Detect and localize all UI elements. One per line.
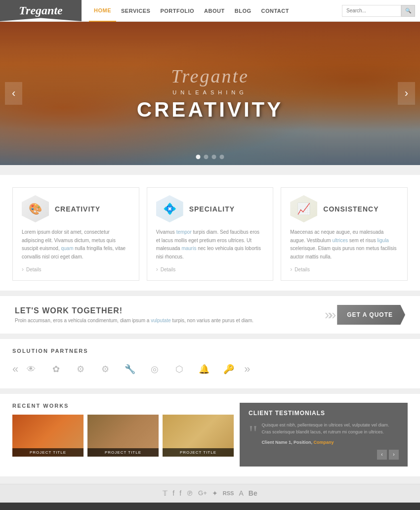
partner-icon-1: 👁 [22, 360, 41, 379]
speciality-icon: 💠 [156, 195, 183, 222]
features-section: 🎨 CREATIVITY Lorem ipsum dolor sit amet,… [0, 175, 420, 291]
work-label-1: PROJECT TITLE [12, 448, 84, 457]
consistency-details-link[interactable]: Details [294, 267, 310, 272]
nav-contact[interactable]: CONTACT [256, 0, 294, 22]
consistency-title: CONSISTENCY [323, 205, 378, 213]
social-rss[interactable]: RSS [223, 490, 234, 496]
hero-content: Tregante UNLEASHING CREATIVITY [137, 65, 284, 122]
cta-title: LET'S WORK TOGETHER! [15, 306, 325, 315]
social-behance[interactable]: Be [249, 489, 257, 497]
creativity-title: CREATIVITY [55, 205, 100, 213]
hero-dot-3[interactable] [212, 155, 216, 159]
testimonial-prev[interactable]: ‹ [377, 450, 387, 460]
header: Tregante HOME SERVICES PORTFOLIO ABOUT B… [0, 0, 420, 22]
partner-icon-2: ✿ [46, 360, 65, 379]
partner-icon-9: 🔑 [219, 360, 238, 379]
hero-dot-2[interactable] [204, 155, 209, 159]
partners-title: SOLUTION PARTNERS [12, 348, 408, 354]
main-nav: HOME SERVICES PORTFOLIO ABOUT BLOG CONTA… [82, 0, 342, 21]
partner-icon-3: ⚙ [71, 360, 90, 379]
works-title: RECENT WORKS [12, 403, 234, 409]
consistency-details: › Details [290, 266, 398, 273]
speciality-details-link[interactable]: Details [161, 267, 176, 272]
nav-about[interactable]: ABOUT [199, 0, 230, 22]
partners-next[interactable]: » [244, 363, 248, 376]
works-testimonials-section: RECENT WORKS PROJECT TITLE PROJECT TITLE… [0, 394, 420, 476]
hero-section: ‹ Tregante UNLEASHING CREATIVITY › [0, 22, 420, 165]
work-label-2: PROJECT TITLE [87, 448, 159, 457]
testimonials-col: CLIENT TESTIMONIALS " Quisque est nibh, … [240, 403, 408, 467]
quote-mark-icon: " [249, 424, 257, 445]
search-button[interactable]: 🔍 [401, 5, 415, 17]
work-item-1[interactable]: PROJECT TITLE [12, 415, 84, 457]
nav-home[interactable]: HOME [89, 0, 116, 22]
hero-dot-4[interactable] [220, 155, 224, 159]
cta-desc: Proin accumsan, eros a vehicula condimen… [15, 318, 325, 323]
work-label-3: PROJECT TITLE [163, 448, 234, 457]
social-gplus[interactable]: G+ [198, 489, 207, 497]
speciality-text: Vivamus tempor turpis diam. Sed faucibus… [156, 228, 264, 261]
creativity-details: › Details [22, 266, 130, 273]
search-area: 🔍 [342, 0, 420, 21]
social-bar: 𝕋 f f ℗ G+ ✦ RSS A Be [0, 484, 420, 503]
consistency-icon: 📈 [290, 195, 317, 222]
cta-chevrons: »» [325, 307, 332, 323]
testimonial-next[interactable]: › [389, 450, 399, 460]
hero-dots [196, 155, 224, 159]
partner-icon-4: ⚙ [96, 360, 115, 379]
feature-card-consistency: 📈 CONSISTENCY Maecenas ac neque augue, e… [281, 187, 408, 281]
logo-area: Tregante [0, 0, 82, 21]
nav-blog[interactable]: BLOG [230, 0, 256, 22]
partner-icon-5: 🔧 [121, 360, 139, 379]
testimonial-nav: ‹ › [249, 450, 399, 460]
nav-services[interactable]: SERVICES [116, 0, 155, 22]
consistency-text: Maecenas ac neque augue, eu malesuada au… [290, 228, 398, 261]
hero-dot-1[interactable] [196, 155, 201, 159]
hero-title: CREATIVITY [137, 98, 284, 122]
creativity-icon: 🎨 [22, 195, 49, 222]
partner-icon-8: 🔔 [195, 360, 213, 379]
speciality-details: › Details [156, 266, 264, 273]
partners-section: SOLUTION PARTNERS « 👁 ✿ ⚙ ⚙ 🔧 ◎ ⬡ 🔔 🔑 » [0, 339, 420, 389]
speciality-title: SPECIALITY [189, 205, 235, 213]
cta-text-area: LET'S WORK TOGETHER! Proin accumsan, ero… [15, 306, 325, 323]
social-facebook-1[interactable]: f [172, 489, 174, 497]
social-a[interactable]: A [239, 489, 243, 497]
testimonial-author: Client Name 1, Position, Company [261, 440, 399, 445]
partner-icon-6: ◎ [145, 360, 164, 379]
logo-text: Tregante [19, 4, 62, 17]
cta-section: LET'S WORK TOGETHER! Proin accumsan, ero… [0, 296, 420, 334]
hero-script: Tregante [137, 65, 284, 87]
hero-prev-button[interactable]: ‹ [5, 82, 22, 105]
social-twitter[interactable]: 𝕋 [163, 489, 168, 497]
testimonials-title: CLIENT TESTIMONIALS [249, 410, 399, 417]
testimonial-quote: Quisque est nibh, pellentesque in ultric… [261, 422, 399, 436]
partners-row: « 👁 ✿ ⚙ ⚙ 🔧 ◎ ⬡ 🔔 🔑 » [12, 360, 408, 379]
feature-card-speciality: 💠 SPECIALITY Vivamus tempor turpis diam.… [147, 187, 274, 281]
social-star[interactable]: ✦ [212, 489, 218, 497]
social-pinterest[interactable]: ℗ [186, 489, 193, 497]
footer: FROM THE BLOG ◈ Vulputate Luctus Sem Vit… [0, 503, 420, 510]
nav-portfolio[interactable]: PORTFOLIO [155, 0, 199, 22]
cta-button-area: »» GET A QUOTE [325, 305, 405, 325]
social-facebook-2[interactable]: f [179, 489, 181, 497]
hero-subtitle: UNLEASHING [137, 89, 284, 95]
testimonial-company-link[interactable]: Company [313, 440, 334, 445]
cta-link[interactable]: vulputate [151, 318, 171, 323]
work-item-3[interactable]: PROJECT TITLE [163, 415, 234, 457]
get-quote-button[interactable]: GET A QUOTE [337, 305, 405, 325]
hero-next-button[interactable]: › [398, 82, 415, 105]
search-input[interactable] [342, 5, 401, 17]
feature-card-creativity: 🎨 CREATIVITY Lorem ipsum dolor sit amet,… [12, 187, 139, 281]
creativity-details-link[interactable]: Details [26, 267, 42, 272]
partner-icon-7: ⬡ [170, 360, 189, 379]
partners-prev[interactable]: « [12, 363, 16, 376]
creativity-text: Lorem ipsum dolor sit amet, consectetur … [22, 228, 130, 261]
works-col: RECENT WORKS PROJECT TITLE PROJECT TITLE… [12, 403, 234, 467]
work-item-2[interactable]: PROJECT TITLE [87, 415, 159, 457]
works-grid: PROJECT TITLE PROJECT TITLE PROJECT TITL… [12, 415, 234, 457]
